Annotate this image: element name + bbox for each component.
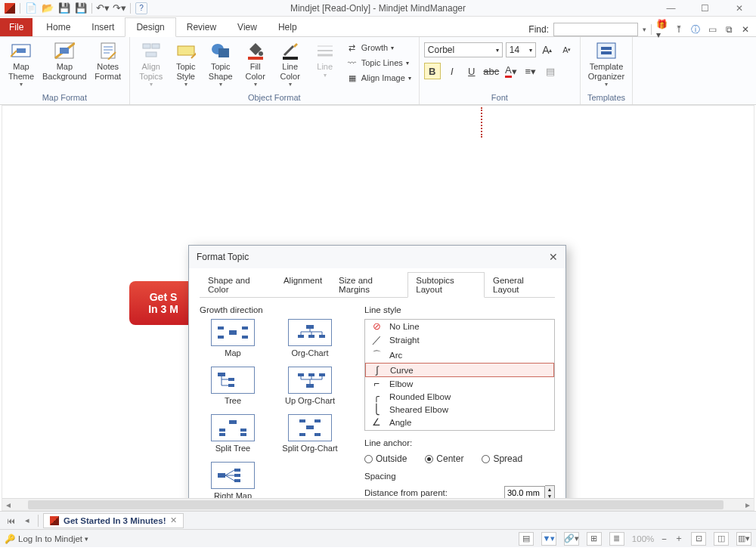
layout-icon[interactable]: ⊞ [587, 532, 602, 546]
close-button[interactable]: ✕ [722, 0, 756, 17]
font-name-select[interactable]: Corbel▾ [424, 42, 503, 57]
dist-parent-label: Distance from parent: [364, 488, 498, 497]
central-topic[interactable]: Get S In 3 M [129, 281, 197, 325]
line-elbow[interactable]: ⌐Elbow [365, 377, 554, 390]
dtab-shape-color[interactable]: Shape and Color [200, 272, 275, 298]
open-icon[interactable]: 📂 [42, 2, 54, 14]
zoom-out-icon[interactable]: − [662, 534, 667, 543]
anchor-outside[interactable]: Outside [364, 453, 407, 464]
svg-rect-46 [314, 419, 321, 422]
line-sheared-elbow[interactable]: ⎩Sheared Elbow [365, 403, 554, 416]
find-input[interactable] [553, 23, 638, 36]
tab-file[interactable]: File [0, 18, 33, 36]
italic-button[interactable]: I [444, 63, 460, 79]
close-doctab-icon[interactable]: ✕ [170, 515, 177, 525]
line-curve[interactable]: ∫Curve [365, 363, 554, 377]
line-angle[interactable]: ∠Angle [365, 416, 554, 429]
svg-rect-30 [308, 335, 314, 338]
outline-icon[interactable]: ≣ [609, 532, 624, 546]
shrink-font-icon[interactable]: A▾ [559, 42, 575, 58]
line-rounded-elbow[interactable]: ╭Rounded Elbow [365, 390, 554, 403]
undo-icon[interactable]: ↶▾ [97, 2, 109, 14]
maximize-button[interactable]: ☐ [688, 0, 722, 17]
font-color-button[interactable]: A▾ [503, 63, 519, 79]
dialog-close-button[interactable]: ✕ [549, 251, 558, 263]
map-background-button[interactable]: Map Background [39, 39, 90, 82]
group-templates: Templates [585, 93, 627, 104]
gift-icon[interactable]: 🎁▾ [656, 23, 668, 36]
svg-rect-49 [218, 473, 225, 478]
align-image-button[interactable]: ▦Align Image ▾ [343, 70, 414, 85]
tab-design[interactable]: Design [125, 17, 175, 37]
anchor-center[interactable]: Center [425, 453, 463, 464]
growth-splitorgchart[interactable]: Split Org-Chart [277, 414, 343, 453]
map-canvas[interactable]: Get S In 3 M Format Topic ✕ Shape and Co… [2, 105, 754, 511]
minimize-ribbon-icon[interactable]: ▭ [706, 23, 718, 36]
topic-lines-button[interactable]: 〰Topic Lines ▾ [343, 55, 414, 70]
restore-icon[interactable]: ⧉ [723, 23, 735, 36]
growth-map[interactable]: Map [200, 319, 266, 357]
svg-rect-23 [229, 330, 237, 335]
help-icon[interactable]: ? [135, 2, 147, 14]
tab-review[interactable]: Review [176, 18, 227, 36]
dtab-subtopics-layout[interactable]: Subtopics Layout [407, 272, 485, 298]
fill-color-button[interactable]: Fill Color▾ [239, 39, 272, 89]
tab-help[interactable]: Help [268, 18, 308, 36]
growth-rightmap[interactable]: Right Map [200, 462, 266, 500]
line-style-list[interactable]: ⊘No Line ／Straight ⌒Arc ∫Curve ⌐Elbow ╭R… [364, 319, 555, 431]
tab-insert[interactable]: Insert [81, 18, 125, 36]
underline-button[interactable]: U [463, 63, 480, 79]
tab-nav-first-icon[interactable]: ⏮ [5, 515, 17, 527]
close-doc-icon[interactable]: ✕ [739, 23, 751, 36]
horizontal-scrollbar[interactable]: ◂ ▸ [2, 498, 754, 510]
split-icon[interactable]: ◫ [714, 532, 729, 546]
save-icon[interactable]: 💾 [58, 2, 70, 14]
line-noline[interactable]: ⊘No Line [365, 320, 554, 333]
connector-line [481, 107, 482, 138]
tab-view[interactable]: View [227, 18, 268, 36]
up-icon[interactable]: ⤒ [673, 23, 685, 36]
line-arc[interactable]: ⌒Arc [365, 348, 554, 363]
info-icon[interactable]: ⓘ [689, 23, 702, 36]
anchor-spread[interactable]: Spread [482, 453, 522, 464]
line-straight[interactable]: ／Straight [365, 333, 554, 348]
font-size-select[interactable]: 14▾ [506, 42, 536, 57]
map-theme-button[interactable]: Map Theme▾ [5, 39, 38, 89]
tab-nav-prev-icon[interactable]: ◂ [21, 515, 33, 527]
tab-home[interactable]: Home [36, 18, 81, 36]
topic-style-button[interactable]: Topic Style▾ [169, 39, 203, 89]
line-button[interactable]: Line▾ [308, 39, 342, 80]
align-topics-button[interactable]: Align Topics▾ [135, 39, 168, 89]
dtab-size-margins[interactable]: Size and Margins [330, 272, 407, 298]
redo-icon[interactable]: ↷▾ [113, 2, 125, 14]
save-all-icon[interactable]: 💾 [75, 2, 87, 14]
strike-button[interactable]: abc [483, 63, 500, 79]
document-tab[interactable]: Get Started In 3 Minutes! ✕ [43, 513, 184, 528]
align-button[interactable]: ≡▾ [522, 63, 539, 79]
dtab-general-layout[interactable]: General Layout [485, 272, 555, 298]
zoom-in-icon[interactable]: ＋ [674, 533, 683, 544]
topic-shape-button[interactable]: Topic Shape▾ [204, 39, 237, 89]
template-organizer-button[interactable]: Template Organizer▾ [585, 39, 627, 89]
notes-format-button[interactable]: Notes Format [91, 39, 125, 82]
growth-uporgchart[interactable]: Up Org-Chart [277, 367, 343, 405]
new-icon[interactable]: 📄 [25, 2, 37, 14]
line-color-button[interactable]: Line Color▾ [274, 39, 307, 89]
growth-button[interactable]: ⇄Growth ▾ [343, 40, 414, 55]
clear-format-button[interactable]: ▤ [542, 63, 559, 79]
minimize-button[interactable]: — [654, 0, 688, 17]
growth-orgchart[interactable]: Org-Chart [277, 319, 343, 357]
stepper-up-icon[interactable]: ▲ [545, 486, 554, 493]
view1-icon[interactable]: ▤ [519, 532, 534, 546]
format-topic-dialog: Format Topic ✕ Shape and Color Alignment… [188, 245, 566, 511]
link-icon[interactable]: 🔗▾ [564, 532, 579, 546]
login-link[interactable]: Log In to Mindjet [18, 534, 82, 543]
growth-splittree[interactable]: Split Tree [200, 414, 266, 453]
filter-icon[interactable]: ▼▾ [541, 532, 556, 546]
bold-button[interactable]: B [424, 63, 441, 79]
growth-tree[interactable]: Tree [200, 367, 266, 405]
dtab-alignment[interactable]: Alignment [275, 272, 330, 298]
fit-icon[interactable]: ⊡ [691, 532, 706, 546]
panel-icon[interactable]: ▥▾ [736, 532, 751, 546]
grow-font-icon[interactable]: A▴ [539, 42, 556, 58]
